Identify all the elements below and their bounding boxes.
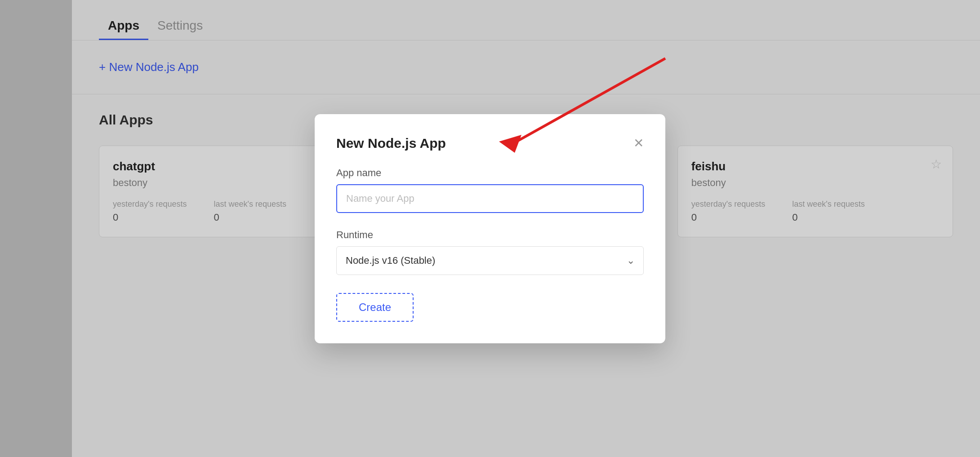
runtime-label: Runtime bbox=[336, 229, 644, 241]
runtime-select-wrapper: Node.js v16 (Stable) ⌄ bbox=[336, 246, 644, 275]
app-name-label: App name bbox=[336, 167, 644, 179]
modal-close-button[interactable]: ✕ bbox=[633, 137, 644, 150]
create-button[interactable]: Create bbox=[336, 293, 414, 322]
modal-title: New Node.js App bbox=[336, 136, 446, 151]
new-app-modal: New Node.js App ✕ App name Runtime Node.… bbox=[315, 114, 665, 343]
modal-header: New Node.js App ✕ bbox=[336, 136, 644, 151]
app-name-input[interactable] bbox=[336, 184, 644, 213]
runtime-select[interactable]: Node.js v16 (Stable) bbox=[336, 246, 644, 275]
